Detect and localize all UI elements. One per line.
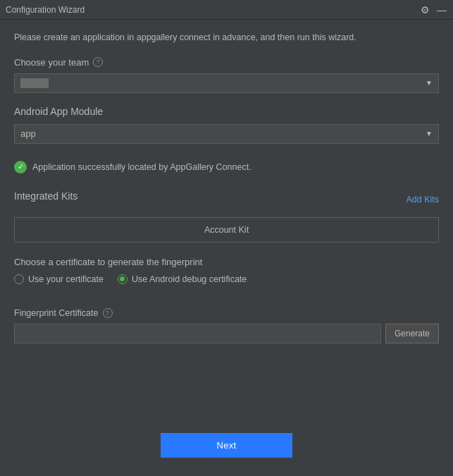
radio-circle-1 — [14, 274, 24, 284]
radio-circle-2 — [118, 274, 128, 284]
main-content: Please create an application in appgalle… — [0, 20, 453, 476]
radio-dot-2 — [120, 276, 125, 281]
title-bar-controls: ⚙ — — [419, 4, 447, 16]
fingerprint-label-text: Fingerprint Certificate — [14, 308, 99, 318]
integrated-kits-header: Integrated Kits Add Kits — [14, 190, 439, 209]
title-bar: Configuration Wizard ⚙ — — [0, 0, 453, 20]
radio-group: Use your certificate Use Android debug c… — [14, 274, 439, 284]
radio-label-1: Use your certificate — [28, 274, 104, 284]
fingerprint-input[interactable] — [14, 324, 381, 343]
certificate-section: Choose a certificate to generate the fin… — [14, 257, 439, 284]
team-dropdown-value — [20, 78, 49, 88]
intro-text: Please create an application in appgalle… — [14, 31, 439, 44]
generate-button[interactable]: Generate — [385, 324, 439, 343]
fingerprint-section: Fingerprint Certificate ? Generate — [14, 308, 439, 343]
success-text: Application successfully located by AppG… — [32, 162, 252, 172]
fingerprint-label: Fingerprint Certificate ? — [14, 308, 439, 318]
fingerprint-input-row: Generate — [14, 324, 439, 343]
add-kits-link[interactable]: Add Kits — [406, 195, 439, 205]
android-module-dropdown-arrow: ▼ — [426, 130, 433, 138]
fingerprint-help-icon[interactable]: ? — [103, 308, 113, 318]
minimize-icon[interactable]: — — [436, 4, 447, 16]
integrated-kits-label: Integrated Kits — [14, 190, 77, 202]
team-dropdown[interactable]: ▼ — [14, 73, 439, 93]
radio-label-2: Use Android debug certificate — [132, 274, 247, 284]
android-module-dropdown[interactable]: app ▼ — [14, 124, 439, 144]
spacer — [14, 343, 439, 422]
checkmark: ✓ — [18, 162, 24, 171]
team-help-icon[interactable]: ? — [93, 57, 103, 67]
team-section-label: Choose your team ? — [14, 57, 439, 68]
next-button[interactable]: Next — [161, 433, 293, 458]
account-kit-box[interactable]: Account Kit — [14, 217, 439, 243]
title-bar-title: Configuration Wizard — [6, 5, 85, 15]
settings-icon[interactable]: ⚙ — [419, 4, 430, 16]
team-dropdown-arrow: ▼ — [426, 79, 433, 87]
radio-option-2[interactable]: Use Android debug certificate — [118, 274, 247, 284]
bottom-bar: Next — [14, 422, 439, 465]
certificate-title: Choose a certificate to generate the fin… — [14, 257, 439, 267]
team-label-text: Choose your team — [14, 57, 89, 68]
success-icon: ✓ — [14, 161, 27, 173]
android-module-dropdown-value: app — [20, 128, 36, 139]
android-module-heading: Android App Module — [14, 106, 439, 117]
radio-option-1[interactable]: Use your certificate — [14, 274, 104, 284]
success-banner: ✓ Application successfully located by Ap… — [14, 157, 439, 178]
